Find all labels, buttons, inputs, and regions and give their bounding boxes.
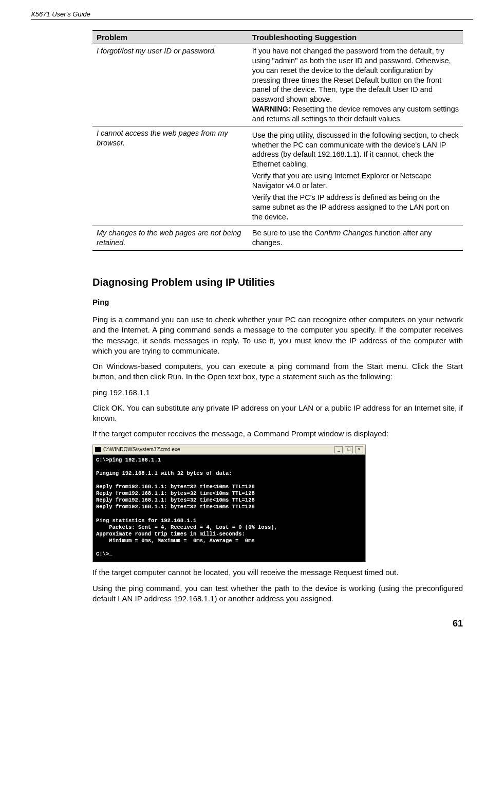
col-problem: Problem — [92, 30, 248, 44]
warning-label: WARNING: — [252, 105, 291, 113]
window-controls: _ □ × — [334, 446, 363, 453]
paragraph: Click OK. You can substitute any private… — [92, 403, 463, 424]
suggestion-text: If you have not changed the password fro… — [252, 46, 459, 104]
section-title: Diagnosing Problem using IP Utilities — [92, 276, 463, 288]
suggestion-em: Confirm Changes — [315, 229, 373, 237]
ping-command: ping 192.168.1.1 — [92, 387, 463, 398]
paragraph: If the target computer receives the mess… — [92, 429, 463, 439]
table-row: My changes to the web pages are not bein… — [92, 226, 463, 250]
problem-cell: I forgot/lost my user ID or password. — [92, 44, 248, 126]
suggestion-warning: WARNING: Resetting the device removes an… — [252, 104, 459, 124]
close-icon: × — [355, 446, 363, 453]
minimize-icon: _ — [334, 446, 343, 453]
ping-heading: Ping — [92, 298, 463, 306]
problem-cell: My changes to the web pages are not bein… — [92, 226, 248, 250]
suggestion-pre: Be sure to use the — [252, 229, 315, 237]
problem-cell: I cannot access the web pages from my br… — [92, 126, 248, 226]
maximize-icon: □ — [345, 446, 353, 453]
cmd-icon — [95, 447, 101, 452]
cmd-title-text: C:\WINDOWS\system32\cmd.exe — [103, 447, 180, 452]
suggestion-text: Verify that the PC's IP address is defin… — [252, 193, 459, 222]
paragraph: If the target computer cannot be located… — [92, 567, 463, 578]
suggestion-text: Use the ping utility, discussed in the f… — [252, 131, 459, 169]
table-row: I cannot access the web pages from my br… — [92, 126, 463, 226]
header-title: X5671 User's Guide — [31, 10, 90, 18]
suggestion-cell: Be sure to use the Confirm Changes funct… — [248, 226, 463, 250]
cmd-titlebar: C:\WINDOWS\system32\cmd.exe _ □ × — [93, 445, 365, 455]
page-number: 61 — [92, 618, 463, 629]
suggestion-cell: Use the ping utility, discussed in the f… — [248, 126, 463, 226]
col-suggestion: Troubleshooting Suggestion — [248, 30, 463, 44]
cmd-output: C:\>ping 192.168.1.1 Pinging 192.168.1.1… — [93, 455, 365, 562]
table-row: I forgot/lost my user ID or password. If… — [92, 44, 463, 126]
suggestion-cell: If you have not changed the password fro… — [248, 44, 463, 126]
paragraph: On Windows-based computers, you can exec… — [92, 361, 463, 382]
suggestion-text: Verify that you are using Internet Explo… — [252, 171, 459, 191]
cmd-window: C:\WINDOWS\system32\cmd.exe _ □ × C:\>pi… — [92, 445, 366, 563]
paragraph: Ping is a command you can use to check w… — [92, 315, 463, 356]
troubleshooting-table: Problem Troubleshooting Suggestion I for… — [92, 30, 463, 251]
page-header: X5671 User's Guide — [31, 10, 473, 20]
paragraph: Using the ping command, you can test whe… — [92, 583, 463, 604]
